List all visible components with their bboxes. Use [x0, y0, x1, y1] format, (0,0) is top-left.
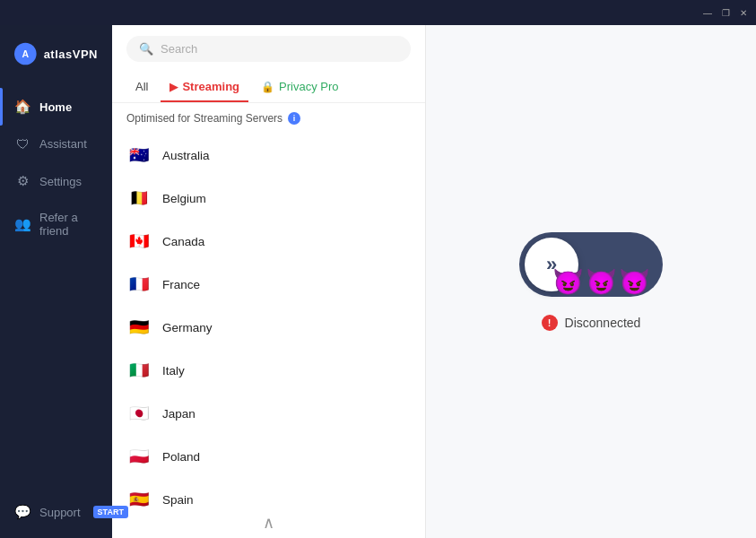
country-flag: 🇧🇪	[126, 186, 152, 211]
list-item[interactable]: 🇯🇵Japan	[112, 392, 425, 435]
list-item[interactable]: 🇮🇹Italy	[112, 349, 425, 392]
list-item[interactable]: 🇪🇸Spain	[112, 478, 425, 508]
logo-text: atlasVPN	[44, 48, 98, 61]
country-name: Germany	[162, 321, 213, 334]
country-list: 🇦🇺Australia🇧🇪Belgium🇨🇦Canada🇫🇷France🇩🇪Ge…	[112, 130, 425, 508]
refer-icon: 👥	[14, 216, 30, 232]
list-item[interactable]: 🇵🇱Poland	[112, 435, 425, 478]
country-name: France	[162, 278, 200, 291]
sidebar-bottom: 💬 Support START	[0, 493, 112, 538]
tab-all-label: All	[135, 80, 148, 93]
country-name: Poland	[162, 450, 200, 464]
sidebar-item-support[interactable]: 💬 Support START	[0, 493, 112, 531]
tab-streaming-label: Streaming	[182, 80, 239, 93]
atlasvpn-logo: A	[14, 41, 37, 66]
sidebar: A atlasVPN 🏠 Home 🛡 Assistant ⚙ Settings…	[0, 0, 112, 538]
main-content: 🔍 All ▶ Streaming 🔒 Privacy Pro O	[112, 0, 756, 538]
tab-privacy[interactable]: 🔒 Privacy Pro	[252, 73, 347, 102]
country-flag: 🇪🇸	[126, 487, 152, 508]
list-item[interactable]: 🇨🇦Canada	[112, 220, 425, 263]
vpn-char-2: 😈	[586, 267, 617, 297]
privacy-icon: 🔒	[261, 81, 274, 93]
country-flag: 🇩🇪	[126, 315, 152, 340]
country-name: Japan	[162, 407, 196, 421]
list-item[interactable]: 🇫🇷France	[112, 263, 425, 306]
sidebar-item-assistant[interactable]: 🛡 Assistant	[0, 126, 112, 162]
country-name: Spain	[162, 493, 194, 507]
list-item[interactable]: 🇦🇺Australia	[112, 134, 425, 177]
home-icon: 🏠	[14, 99, 30, 115]
search-input[interactable]	[161, 42, 398, 56]
country-flag: 🇨🇦	[126, 229, 152, 254]
title-bar: — ❐ ✕	[0, 0, 756, 25]
maximize-button[interactable]: ❐	[720, 7, 731, 18]
content-row: 🔍 All ▶ Streaming 🔒 Privacy Pro O	[112, 25, 756, 538]
vpn-illustration: » 😈 😈 😈 ! Disconnected	[519, 232, 663, 331]
start-badge: START	[93, 506, 128, 518]
country-flag: 🇫🇷	[126, 272, 152, 297]
country-name: Canada	[162, 235, 204, 248]
tab-privacy-label: Privacy Pro	[279, 80, 338, 93]
country-name: Belgium	[162, 192, 206, 205]
vpn-char-3: 😈	[619, 267, 650, 297]
sidebar-item-home[interactable]: 🏠 Home	[0, 88, 112, 126]
sidebar-item-refer[interactable]: 👥 Refer a friend	[0, 200, 112, 248]
vpn-characters: 😈 😈 😈	[552, 232, 650, 297]
search-bar: 🔍	[126, 36, 411, 62]
country-flag: 🇵🇱	[126, 444, 152, 469]
sidebar-item-refer-label: Refer a friend	[39, 211, 98, 238]
support-icon: 💬	[14, 504, 30, 520]
vpn-toggle[interactable]: » 😈 😈 😈	[519, 232, 663, 297]
scroll-indicator: ∧	[112, 508, 425, 538]
close-button[interactable]: ✕	[738, 7, 749, 18]
sidebar-item-settings[interactable]: ⚙ Settings	[0, 162, 112, 200]
logo-area: A atlasVPN	[0, 25, 112, 88]
server-panel: 🔍 All ▶ Streaming 🔒 Privacy Pro O	[112, 25, 426, 538]
sidebar-item-assistant-label: Assistant	[39, 137, 87, 151]
country-name: Italy	[162, 364, 185, 377]
tab-bar: All ▶ Streaming 🔒 Privacy Pro	[112, 73, 425, 103]
status-row: ! Disconnected	[542, 315, 641, 331]
sidebar-item-settings-label: Settings	[39, 175, 82, 188]
status-text: Disconnected	[565, 316, 641, 330]
settings-icon: ⚙	[14, 173, 30, 189]
country-flag: 🇦🇺	[126, 143, 152, 168]
right-panel: » 😈 😈 😈 ! Disconnected	[426, 25, 756, 538]
optimised-text: Optimised for Streaming Servers	[126, 112, 282, 125]
optimised-label: Optimised for Streaming Servers i	[112, 103, 425, 130]
tab-all[interactable]: All	[126, 73, 157, 102]
sidebar-item-support-label: Support	[39, 506, 81, 519]
search-icon: 🔍	[139, 42, 153, 56]
list-item[interactable]: 🇧🇪Belgium	[112, 177, 425, 220]
status-error-icon: !	[542, 315, 558, 331]
country-flag: 🇮🇹	[126, 358, 152, 383]
sidebar-item-home-label: Home	[39, 100, 72, 114]
minimize-button[interactable]: —	[702, 7, 713, 18]
streaming-icon: ▶	[169, 81, 178, 93]
list-item[interactable]: 🇩🇪Germany	[112, 306, 425, 349]
country-name: Australia	[162, 149, 210, 162]
assistant-icon: 🛡	[14, 136, 30, 152]
svg-text:A: A	[22, 48, 30, 59]
tab-streaming[interactable]: ▶ Streaming	[161, 73, 248, 102]
vpn-char-1: 😈	[552, 267, 584, 297]
country-flag: 🇯🇵	[126, 401, 152, 426]
info-icon[interactable]: i	[288, 112, 300, 125]
